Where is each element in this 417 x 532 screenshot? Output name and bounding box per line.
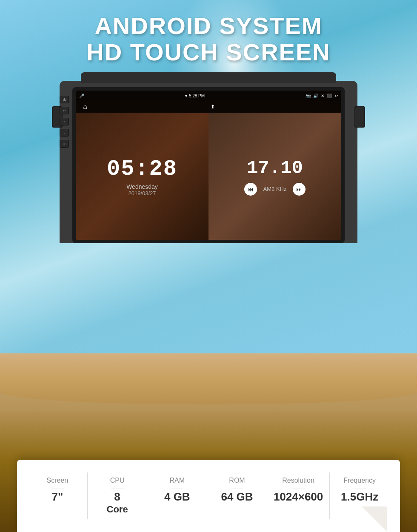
spec-cpu-value: 8 Core (107, 491, 128, 515)
volume-status-icon: 🔊 (313, 94, 318, 98)
close-status-icon: ✕ (321, 94, 324, 98)
mount-ear-right (354, 106, 365, 128)
status-time: 5:28 PM (189, 94, 205, 98)
signal-icon: ▾ (185, 94, 187, 98)
nav-bar: ⌂ ⬆ (76, 101, 341, 113)
status-right: 📷 🔊 ✕ ⬛ ↩ (306, 94, 338, 98)
spec-ram: RAM 4 GB (147, 472, 207, 519)
hero-section: ANDROID SYSTEM HD TOUCH SCREEN (0, 13, 417, 65)
spec-ram-label: RAM (170, 477, 185, 484)
status-bar: 🎤 ▾ 5:28 PM 📷 🔊 ✕ ⬛ ↩ (76, 91, 341, 101)
clock-section: 05:28 Wednesday 2019/03/27 (76, 113, 208, 240)
spec-cpu-label: CPU (110, 477, 125, 484)
clock-time: 05:28 (107, 156, 177, 182)
side-controls: ⏻ ↩ + - RST (60, 96, 69, 148)
radio-frequency: 17.10 (247, 157, 303, 179)
spec-frequency-value: 1.5GHz (341, 491, 378, 503)
spec-resolution: Resolution 1024×600 (267, 472, 330, 519)
unit-body: ⏻ ↩ + - RST 🎤 ▾ 5:28 PM (72, 87, 345, 243)
spec-cpu: CPU 8 Core (88, 472, 148, 519)
spec-cpu-divider (111, 489, 124, 489)
spec-rom-divider (231, 489, 243, 489)
radio-prev-button[interactable]: ⏮ (244, 183, 257, 196)
reset-button[interactable]: RST (60, 140, 69, 148)
main-content: 05:28 Wednesday 2019/03/27 17.10 ⏮ AM2 K… (76, 113, 341, 240)
back-button[interactable]: ↩ (60, 107, 69, 114)
clock-day: Wednesday (126, 183, 158, 190)
radio-next-button[interactable]: ⏭ (293, 183, 306, 196)
spec-rom-value: 64 GB (221, 491, 253, 503)
device-container: ⏻ ↩ + - RST 🎤 ▾ 5:28 PM (60, 81, 357, 243)
hero-title-line1: ANDROID SYSTEM HD TOUCH SCREEN (0, 13, 417, 65)
vol-down-button[interactable]: - (60, 129, 69, 137)
device-screen: 🎤 ▾ 5:28 PM 📷 🔊 ✕ ⬛ ↩ (76, 91, 341, 240)
back-status-icon: ↩ (334, 94, 338, 98)
home-nav-button[interactable]: ⌂ (81, 102, 89, 111)
spec-frequency-label: Frequency (343, 477, 376, 484)
screen-status-icon: ⬛ (327, 94, 332, 98)
spec-card: Screen 7" CPU 8 Core RAM 4 GB ROM 64 GB … (17, 460, 400, 532)
spec-rom: ROM 64 GB (207, 472, 267, 519)
spec-screen-label: Screen (47, 477, 69, 484)
spec-screen-value: 7" (51, 491, 63, 503)
clock-date: 2019/03/27 (128, 190, 156, 196)
spec-resolution-divider (292, 489, 305, 489)
spec-resolution-value: 1024×600 (274, 491, 323, 503)
status-left: 🎤 (79, 94, 84, 98)
radio-controls: ⏮ AM2 KHz ⏭ (244, 183, 306, 196)
spec-cpu-sub: Core (107, 504, 128, 515)
spec-rom-label: ROM (229, 477, 245, 484)
spec-ram-value: 4 GB (164, 491, 190, 503)
spec-resolution-label: Resolution (282, 477, 314, 484)
spec-ram-divider (171, 489, 183, 489)
mic-icon: 🎤 (79, 94, 84, 98)
car-frame: ⏻ ↩ + - RST 🎤 ▾ 5:28 PM (60, 81, 357, 243)
spec-frequency-divider (353, 489, 366, 489)
camera-status-icon: 📷 (306, 94, 311, 98)
status-center: ▾ 5:28 PM (185, 94, 205, 98)
power-button[interactable]: ⏻ (60, 96, 69, 103)
vol-up-button[interactable]: + (60, 118, 69, 125)
radio-section: 17.10 ⏮ AM2 KHz ⏭ (208, 113, 341, 240)
spec-screen-divider (51, 489, 64, 489)
usb-nav-icon: ⬆ (211, 104, 215, 110)
spec-screen: Screen 7" (28, 472, 88, 519)
radio-band-label: AM2 KHz (263, 186, 287, 192)
spec-frequency: Frequency 1.5GHz (330, 472, 389, 519)
